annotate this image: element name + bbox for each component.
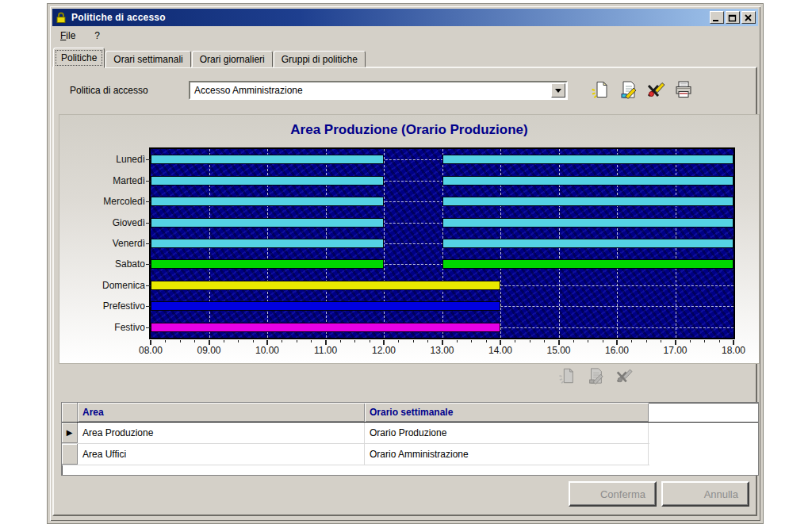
chart-bar — [442, 197, 734, 206]
x-axis-label: 08.00 — [139, 345, 163, 356]
conferma-button[interactable]: Conferma — [569, 481, 657, 507]
menu-bar: File ? — [52, 26, 758, 44]
menu-file[interactable]: File — [57, 29, 79, 43]
chart-bar — [151, 259, 384, 269]
window-title: Politiche di accesso — [71, 12, 166, 23]
selected-row-arrow-icon: ▶ — [67, 429, 73, 437]
tab-politiche[interactable]: Politiche — [53, 48, 105, 68]
x-axis-label: 10.00 — [255, 345, 279, 356]
y-axis-label: Giovedì — [66, 216, 145, 229]
chart-bar — [442, 239, 734, 248]
chart-bar — [151, 218, 384, 228]
x-axis-label: 12.00 — [372, 345, 396, 356]
edit-area-icon[interactable] — [585, 365, 606, 386]
x-axis-tick — [253, 340, 254, 342]
combobox-dropdown-button[interactable] — [551, 83, 565, 98]
access-policies-window: Politiche di accesso File ? Politiche Or… — [48, 4, 763, 523]
chart-bar — [151, 155, 384, 164]
x-axis-tick — [311, 340, 312, 342]
minimize-button[interactable] — [710, 11, 724, 24]
x-axis-tick — [282, 340, 282, 342]
menu-help[interactable]: ? — [91, 29, 103, 43]
x-axis-tick — [165, 340, 166, 342]
policy-combobox[interactable]: Accesso Amministrazione — [189, 81, 568, 100]
schedule-chart-panel: Area Produzione (Orario Produzione) Lune… — [59, 114, 760, 364]
window-title-bar[interactable]: Politiche di accesso — [52, 9, 758, 26]
chart-plot — [151, 149, 733, 338]
x-axis-tick — [704, 340, 705, 342]
x-axis-label: 16.00 — [605, 345, 629, 356]
annulla-button[interactable]: Annulla — [661, 481, 749, 507]
x-axis-tick — [224, 340, 224, 342]
table-row[interactable]: ▶Area ProduzioneOrario Produzione — [62, 423, 649, 444]
table-row[interactable]: Area UfficiOrario Amministrazione — [62, 444, 649, 465]
table-header-gutter — [62, 403, 78, 422]
column-header-orario[interactable]: Orario settimanale — [365, 403, 649, 422]
close-button[interactable] — [741, 11, 756, 24]
y-axis-label: Lunedì — [66, 153, 145, 166]
chart-bar — [151, 281, 500, 290]
x-axis-tick — [690, 340, 691, 342]
x-axis-label: 11.00 — [314, 345, 337, 356]
x-axis-tick — [588, 340, 588, 342]
x-axis-tick — [457, 340, 458, 342]
y-axis-label: Venerdì — [66, 237, 145, 250]
x-axis-tick — [427, 340, 428, 342]
table-body: ▶Area ProduzioneOrario ProduzioneArea Uf… — [62, 423, 758, 465]
print-icon[interactable] — [673, 79, 694, 100]
tab-orari-settimanali[interactable]: Orari settimanali — [105, 51, 190, 67]
x-axis-tick — [544, 340, 545, 342]
x-axis-tick — [297, 340, 297, 342]
y-axis-label: Mercoledì — [66, 195, 145, 208]
x-axis-tick — [631, 340, 632, 342]
maximize-button[interactable] — [726, 11, 740, 24]
x-axis-tick — [398, 340, 399, 342]
x-axis-label: 09.00 — [197, 345, 220, 356]
x-axis-tick — [238, 340, 239, 342]
chart-bar — [151, 176, 384, 186]
x-axis-tick — [515, 340, 515, 342]
chart-toolbar — [557, 365, 634, 386]
y-axis-label: Festivo — [66, 321, 145, 334]
x-axis-tick — [719, 340, 720, 342]
areas-table: Area Orario settimanale ▶Area Produzione… — [61, 402, 759, 476]
y-axis-label: Domenica — [66, 279, 145, 292]
new-area-icon[interactable] — [557, 365, 577, 386]
x-axis-tick — [486, 340, 487, 342]
tab-gruppi-di-politiche[interactable]: Gruppi di politiche — [274, 51, 366, 67]
x-axis-tick — [370, 340, 370, 342]
x-axis-label: 13.00 — [430, 345, 454, 356]
delete-area-icon[interactable] — [614, 365, 634, 386]
chart-bar — [442, 176, 734, 186]
tab-orari-giornalieri[interactable]: Orari giornalieri — [192, 51, 273, 67]
padlock-icon — [55, 11, 67, 24]
chart-y-labels: LunedìMartedìMercoledìGiovedìVenerdìSaba… — [66, 149, 145, 338]
x-axis-tick — [340, 340, 341, 342]
y-axis-label: Prefestivo — [66, 300, 145, 312]
x-axis-tick — [471, 340, 472, 342]
y-axis-label: Sabato — [66, 258, 145, 270]
table-cell-orario: Orario Produzione — [365, 423, 649, 443]
column-header-area[interactable]: Area — [78, 403, 365, 422]
x-axis-tick — [354, 340, 355, 342]
delete-policy-icon[interactable] — [645, 79, 666, 100]
chevron-down-icon — [555, 89, 561, 93]
x-axis-tick — [530, 340, 530, 342]
row-selector-gutter: ▶ — [62, 423, 78, 443]
table-cell-area: Area Produzione — [78, 423, 365, 443]
table-cell-area: Area Uffici — [78, 444, 365, 465]
y-axis-label: Martedì — [66, 174, 145, 187]
row-selector-gutter — [62, 444, 78, 465]
tab-page-politiche: Politica di accesso Accesso Amministrazi… — [52, 67, 757, 516]
chart-bar — [442, 218, 734, 228]
policy-selector-label: Politica di accesso — [70, 85, 148, 96]
x-axis-label: 18.00 — [722, 345, 745, 356]
x-axis-label: 17.00 — [663, 345, 687, 356]
chart-bar — [442, 259, 734, 269]
x-axis-tick — [194, 340, 195, 342]
x-axis-label: 15.00 — [546, 345, 570, 356]
table-header: Area Orario settimanale — [62, 403, 758, 423]
edit-policy-icon[interactable] — [618, 79, 638, 100]
new-policy-icon[interactable] — [590, 79, 611, 100]
chart-bar — [151, 197, 384, 206]
